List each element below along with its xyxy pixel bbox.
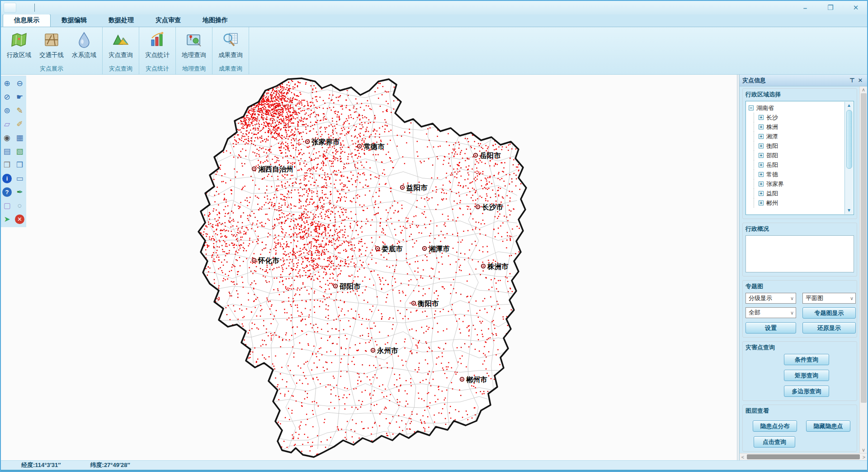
panel-vertical-scrollbar[interactable]: ∧ ∨	[859, 86, 867, 453]
svg-text:常德市: 常德市	[363, 143, 385, 150]
灾点统计-button[interactable]: 灾点统计	[141, 28, 174, 64]
quick-access-button[interactable]	[4, 3, 16, 13]
tree-node-4[interactable]: +邵阳	[749, 151, 854, 160]
expand-expander-icon[interactable]: +	[759, 153, 764, 158]
polygon-icon[interactable]: ▱	[2, 119, 12, 129]
zoom-out-icon[interactable]: ⊖	[14, 78, 25, 89]
status-bar: 经度:114°3′31″ 纬度:27°49′28″	[1, 460, 867, 470]
ribbon-group-0: 行政区域交通干线水系流域灾点展示	[1, 27, 103, 74]
close-button[interactable]: ✕	[849, 3, 863, 13]
tree-node-1[interactable]: +株洲	[749, 122, 854, 132]
collapse-expander-icon[interactable]: −	[749, 105, 754, 110]
ribbon-tab-strip: 信息展示数据编辑数据处理灾点审查地图操作	[1, 14, 867, 27]
tab-2[interactable]: 数据处理	[98, 14, 145, 27]
scroll-right-icon[interactable]: >	[861, 454, 867, 460]
成果查询-button[interactable]: 成果查询	[214, 28, 247, 64]
tree-scroll-down-icon[interactable]: ▼	[847, 207, 851, 214]
地理查询-button[interactable]: 地理查询	[178, 28, 210, 64]
thematic-show-button[interactable]: 专题图显示	[802, 307, 856, 319]
minimize-button[interactable]: –	[798, 3, 812, 13]
panel-close-icon[interactable]: ✕	[856, 77, 864, 84]
scroll-left-icon[interactable]: <	[740, 454, 746, 460]
form-icon[interactable]: ▭	[14, 173, 25, 184]
display-mode-combo[interactable]: 分级显示 ∨	[745, 293, 796, 304]
restore-button[interactable]: ❐	[824, 3, 837, 13]
tree-node-6[interactable]: +常德	[749, 170, 854, 179]
map-type-combo[interactable]: 平面图 ∨	[802, 293, 856, 304]
scroll-up-icon[interactable]: ∧	[862, 86, 865, 93]
polygon-query-button[interactable]: 多边形查询	[784, 386, 829, 397]
tree-scroll-up-icon[interactable]: ▲	[847, 102, 851, 109]
measure-line-icon[interactable]: ✎	[14, 105, 25, 116]
map-canvas[interactable]: 张家界市常德市岳阳市湘西自治州益阳市长沙市娄底市湘潭市怀化市株洲市邵阳市衡阳市永…	[1, 75, 737, 460]
panel-vscroll-thumb[interactable]	[861, 93, 867, 403]
restore-display-button[interactable]: 还原显示	[802, 322, 856, 334]
expand-expander-icon[interactable]: +	[759, 181, 764, 186]
panel-title: 灾点信息	[742, 76, 848, 85]
printer-bw-icon[interactable]: ❒	[2, 160, 12, 170]
printer-color-icon[interactable]: ❒	[14, 160, 25, 170]
交通干线-button[interactable]: 交通干线	[35, 28, 68, 64]
tree-node-0[interactable]: +长沙	[749, 113, 854, 122]
tree-node-root[interactable]: −湖南省	[749, 103, 854, 113]
image-icon[interactable]: ▧	[14, 146, 25, 157]
scroll-down-icon[interactable]: ∨	[862, 447, 865, 453]
eye-icon[interactable]: ◉	[2, 133, 12, 143]
region-tree[interactable]: ▲ ▼ −湖南省+长沙+株洲+湘潭+衡阳+邵阳+岳阳+常德+张家界+益阳+郴州	[745, 101, 854, 215]
click-query-button[interactable]: 点击查询	[754, 436, 795, 448]
svg-text:岳阳市: 岳阳市	[480, 152, 501, 159]
disaster-info-panel: 灾点信息 ⊤ ✕ 行政区域选择 ▲ ▼ −湖南省+长沙+株洲+湘潭+衡阳+邵阳+…	[739, 75, 867, 460]
行政区域-button[interactable]: 行政区域	[3, 28, 35, 64]
city-label: 湘西自治州	[252, 165, 293, 173]
expand-expander-icon[interactable]: +	[759, 134, 764, 139]
tab-1[interactable]: 数据编辑	[51, 14, 98, 27]
expand-expander-icon[interactable]: +	[759, 143, 764, 148]
hazard-distribution-button[interactable]: 隐患点分布	[753, 420, 797, 432]
zoom-in-icon[interactable]: ⊕	[2, 78, 12, 89]
map-tool-toolbar: ⊕⊖⊘☛⊚✎▱✐◉▦▤▧❒❒i▭?✒▢○➤✕	[1, 76, 26, 227]
水系流域-button[interactable]: 水系流域	[68, 28, 100, 64]
tree-node-5[interactable]: +岳阳	[749, 160, 854, 170]
scope-combo[interactable]: 全部 ∨	[745, 307, 796, 318]
tree-node-2[interactable]: +湘潭	[749, 132, 854, 141]
table-grid-icon[interactable]: ▦	[14, 133, 25, 143]
tree-node-9[interactable]: +郴州	[749, 198, 854, 208]
expand-expander-icon[interactable]: +	[759, 124, 764, 129]
pin-icon[interactable]: ⊤	[848, 77, 856, 84]
globe-icon[interactable]: ⊚	[2, 105, 12, 116]
expand-expander-icon[interactable]: +	[759, 200, 764, 205]
tab-4[interactable]: 地图操作	[192, 14, 239, 27]
select-arrow-icon[interactable]: ➤	[2, 214, 12, 224]
zoom-window-icon[interactable]: ⊘	[2, 92, 12, 102]
panel-horizontal-scrollbar[interactable]: < >	[740, 453, 867, 460]
tab-3[interactable]: 灾点审查	[145, 14, 192, 27]
condition-query-button[interactable]: 条件查询	[784, 354, 829, 365]
hunan-disaster-map[interactable]: 张家界市常德市岳阳市湘西自治州益阳市长沙市娄底市湘潭市怀化市株洲市邵阳市衡阳市永…	[1, 75, 737, 460]
hide-hazard-button[interactable]: 隐藏隐患点	[806, 420, 850, 432]
tree-node-3[interactable]: +衡阳	[749, 141, 854, 151]
tree-node-8[interactable]: +益阳	[749, 189, 854, 198]
pan-icon[interactable]: ☛	[14, 92, 25, 102]
delete-tool-icon[interactable]: ✕	[15, 215, 24, 224]
overview-textbox[interactable]	[745, 235, 854, 272]
tab-0[interactable]: 信息展示	[3, 14, 51, 27]
灾点查询-button[interactable]: 灾点查询	[104, 28, 137, 64]
expand-expander-icon[interactable]: +	[759, 115, 764, 120]
expand-expander-icon[interactable]: +	[759, 191, 764, 196]
info-icon[interactable]: i	[2, 174, 12, 183]
ellipse-tool-icon[interactable]: ○	[14, 200, 25, 211]
overview-label: 行政概况	[745, 225, 854, 233]
document-icon[interactable]: ▤	[2, 146, 12, 157]
brush-icon[interactable]: ✐	[14, 119, 25, 129]
tree-node-7[interactable]: +张家界	[749, 179, 854, 189]
expand-expander-icon[interactable]: +	[759, 172, 764, 177]
disaster-query-label: 灾害点查询	[745, 343, 854, 352]
panel-hscroll-thumb[interactable]	[747, 454, 860, 459]
rect-tool-icon[interactable]: ▢	[2, 200, 12, 211]
help-icon[interactable]: ?	[2, 187, 12, 197]
expand-expander-icon[interactable]: +	[759, 162, 764, 167]
sign-pen-icon[interactable]: ✒	[14, 187, 25, 197]
settings-button[interactable]: 设置	[745, 322, 796, 334]
bar-chart-icon	[147, 30, 167, 50]
rectangle-query-button[interactable]: 矩形查询	[784, 370, 829, 381]
